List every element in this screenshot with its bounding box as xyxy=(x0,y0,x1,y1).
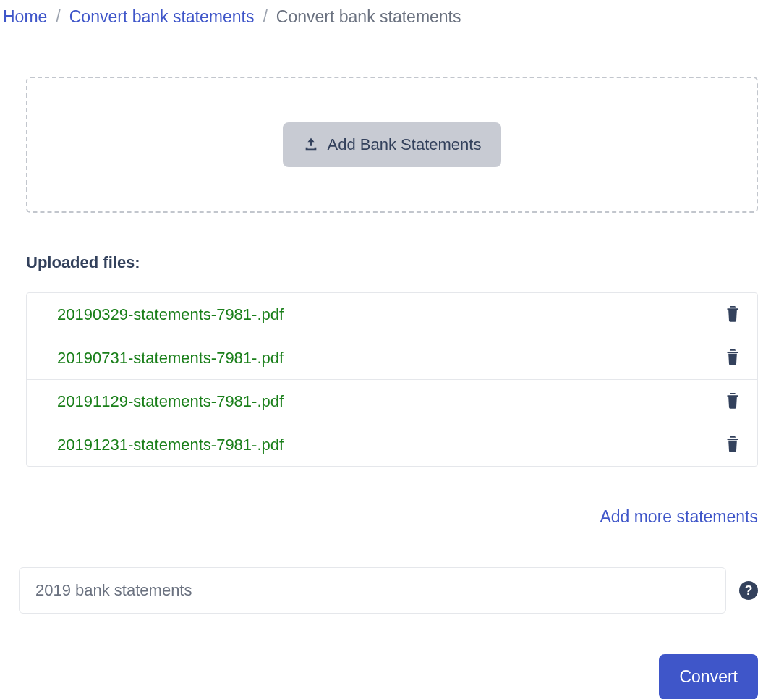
file-name-link[interactable]: 20191231-statements-7981-.pdf xyxy=(57,436,284,454)
file-row: 20190329-statements-7981-.pdf xyxy=(27,293,757,336)
breadcrumb-separator: / xyxy=(263,7,267,27)
uploaded-files-header: Uploaded files: xyxy=(26,253,758,272)
file-row: 20191129-statements-7981-.pdf xyxy=(27,380,757,423)
upload-icon xyxy=(303,137,319,153)
add-more-statements-link[interactable]: Add more statements xyxy=(600,507,758,526)
trash-icon xyxy=(725,435,740,452)
trash-icon xyxy=(725,391,740,409)
breadcrumb-current: Convert bank statements xyxy=(276,7,461,27)
breadcrumb-home-link[interactable]: Home xyxy=(3,7,47,27)
delete-file-button[interactable] xyxy=(723,432,743,457)
help-icon: ? xyxy=(745,583,753,598)
delete-file-button[interactable] xyxy=(723,302,743,327)
add-bank-statements-button[interactable]: Add Bank Statements xyxy=(283,122,502,167)
file-row: 20190731-statements-7981-.pdf xyxy=(27,336,757,380)
uploaded-file-list: 20190329-statements-7981-.pdf 20190731-s… xyxy=(26,292,758,467)
file-name-link[interactable]: 20190731-statements-7981-.pdf xyxy=(57,349,284,368)
help-button[interactable]: ? xyxy=(739,581,758,600)
file-name-link[interactable]: 20190329-statements-7981-.pdf xyxy=(57,305,284,324)
trash-icon xyxy=(725,305,740,322)
breadcrumb-separator: / xyxy=(56,7,60,27)
file-dropzone[interactable]: Add Bank Statements xyxy=(26,77,758,213)
breadcrumb-convert-link[interactable]: Convert bank statements xyxy=(69,7,255,27)
breadcrumb: Home / Convert bank statements / Convert… xyxy=(0,0,784,46)
add-button-label: Add Bank Statements xyxy=(328,135,482,154)
output-name-input[interactable] xyxy=(19,567,726,614)
delete-file-button[interactable] xyxy=(723,345,743,370)
convert-button[interactable]: Convert xyxy=(659,654,758,699)
trash-icon xyxy=(725,348,740,365)
delete-file-button[interactable] xyxy=(723,389,743,414)
file-row: 20191231-statements-7981-.pdf xyxy=(27,423,757,466)
file-name-link[interactable]: 20191129-statements-7981-.pdf xyxy=(57,392,284,411)
